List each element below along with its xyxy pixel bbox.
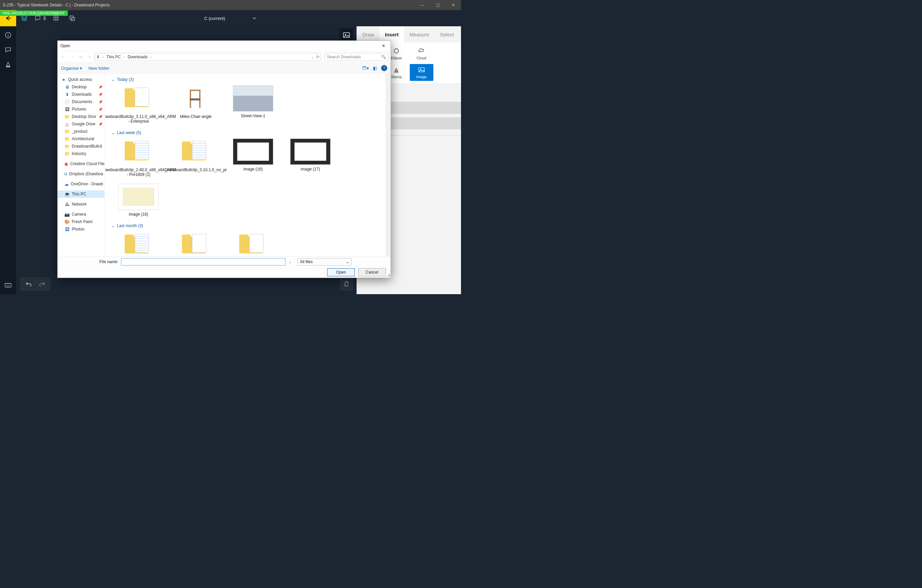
tab-draw[interactable]: Draw	[357, 26, 379, 42]
search-input[interactable]: Search Downloads 🔍	[325, 53, 389, 61]
image-tool-trigger[interactable]	[340, 28, 353, 42]
dropbox-icon: ⧈	[64, 171, 67, 176]
cone-icon	[4, 61, 12, 69]
sidebar-google-drive[interactable]: △Google Drive📌	[57, 120, 105, 128]
file-item[interactable]: DrawboardBullclip_3.11.0_x86_x64_ARM - E…	[115, 85, 162, 124]
pin-icon: 📌	[98, 115, 103, 119]
breadcrumb-dropdown[interactable]: ⌄	[311, 55, 314, 59]
sidebar-creative-cloud[interactable]: ◉Creative Cloud File	[57, 160, 105, 167]
file-item[interactable]: image (18)	[115, 184, 162, 217]
chat-icon	[4, 46, 12, 54]
info-icon	[4, 31, 12, 39]
keyboard-icon	[4, 281, 12, 289]
svg-rect-23	[190, 98, 201, 100]
sidebar-product[interactable]: 📁_product	[57, 128, 105, 135]
breadcrumb[interactable]: › This PC › Downloads ›	[100, 53, 154, 61]
folder-icon: 📁	[64, 151, 70, 156]
sidebar-freshpaint[interactable]: 🎨Fresh Paint	[57, 218, 105, 225]
file-item[interactable]: image (17)	[287, 139, 334, 177]
crumb-thispc[interactable]: This PC	[106, 55, 121, 59]
view-mode-button[interactable]: 🗔▾	[362, 66, 369, 71]
file-item[interactable]: image (16)	[229, 139, 277, 177]
main-toolbar: 3 C (current)	[0, 10, 461, 26]
scrollbar-vert[interactable]	[386, 74, 390, 256]
organise-menu[interactable]: Organise ▾	[61, 66, 82, 71]
help-button[interactable]: ?	[381, 65, 387, 71]
dialog-close-button[interactable]: ✕	[379, 44, 388, 48]
tab-measure[interactable]: Measure	[404, 26, 434, 42]
sidebar-downloads[interactable]: ⬇Downloads📌	[57, 91, 105, 98]
undo-button[interactable]	[25, 280, 32, 288]
dialog-tools: Organise ▾ New folder 🗔▾ ◧ ?	[57, 62, 391, 74]
file-item[interactable]: Street-View-1	[229, 85, 277, 124]
file-item[interactable]	[172, 232, 219, 256]
preview-pane-button[interactable]: ◧	[373, 66, 377, 71]
sidebar-documents[interactable]: 📄Documents📌	[57, 98, 105, 106]
pin-icon: 📌	[98, 93, 103, 96]
sidebar-architectural[interactable]: 📁Architectural	[57, 135, 105, 142]
sidebar-this-pc[interactable]: 💻This PC	[57, 190, 105, 198]
chat-button[interactable]	[4, 46, 12, 54]
sidebar-pictures[interactable]: 🖼Pictures📌	[57, 106, 105, 113]
image-icon	[418, 66, 425, 74]
document-selector[interactable]: C (current)	[204, 16, 257, 21]
redo-button[interactable]	[38, 280, 46, 288]
file-item[interactable]	[115, 232, 162, 256]
file-item[interactable]: Miles-Chair-angle	[172, 85, 219, 124]
sidebar-photos[interactable]: 🖼Photos	[57, 225, 105, 233]
filetype-select[interactable]: All files⌄	[298, 258, 351, 266]
nav-up-button[interactable]: ↑	[86, 53, 93, 60]
folder-icon: 📁	[64, 136, 70, 142]
new-folder-button[interactable]: New folder	[88, 66, 109, 71]
sidebar-onedrive[interactable]: ☁OneDrive - Drawb	[57, 180, 105, 188]
ellipse-icon	[392, 47, 400, 55]
info-button[interactable]	[4, 31, 12, 39]
undo-redo-strip	[20, 277, 51, 291]
sidebar-industry[interactable]: 📁Industry	[57, 150, 105, 157]
keyboard-button[interactable]	[4, 281, 12, 290]
sidebar-drawboardbullcli[interactable]: 📁DrawboardBullcli	[57, 142, 105, 150]
sidebar-camera[interactable]: 📷Camera	[57, 211, 105, 218]
grid-icon	[52, 15, 59, 21]
tool-cloud[interactable]: Cloud	[410, 45, 433, 62]
markup-button[interactable]	[4, 60, 12, 69]
pan-tool[interactable]	[340, 277, 353, 291]
creativecloud-icon: ◉	[64, 161, 68, 167]
svg-rect-26	[190, 90, 201, 91]
close-button[interactable]: ✕	[446, 0, 461, 10]
svg-point-16	[394, 49, 399, 53]
sidebar-desktop-shortcut[interactable]: 📁Desktop Shor📌	[57, 113, 105, 120]
file-item[interactable]: DrawboardBullclip_3.10.1.0_no_pr	[172, 139, 219, 177]
file-item[interactable]: DrawboardBullclip_2.40.0_x86_x64_ARM - P…	[115, 139, 162, 177]
file-item[interactable]	[229, 232, 277, 256]
nav-back-button[interactable]: ←	[60, 53, 67, 60]
desktop-icon: 🖥	[64, 84, 70, 90]
redo-icon	[38, 280, 46, 287]
group-today[interactable]: ⌄ Today (3)	[108, 76, 387, 84]
filename-input[interactable]	[121, 258, 285, 266]
resize-grip[interactable]: ◢	[387, 272, 390, 277]
env-badge: PRE-PRODUCTION ENVIRONMENT	[0, 10, 68, 16]
tab-insert[interactable]: Insert	[379, 26, 404, 42]
cancel-button[interactable]: Cancel	[358, 268, 386, 276]
open-button[interactable]: Open	[327, 268, 355, 276]
refresh-button[interactable]: ⟳	[316, 55, 319, 59]
group-lastweek[interactable]: ⌄ Last week (5)	[108, 129, 387, 137]
sidebar-network[interactable]: 🖧Network	[57, 201, 105, 208]
tab-select[interactable]: Select	[434, 26, 459, 42]
minimize-button[interactable]: —	[415, 0, 430, 10]
file-name: Street-View-1	[241, 114, 265, 118]
filename-dropdown[interactable]: ⌄	[288, 260, 291, 264]
tool-image[interactable]: Image	[410, 64, 433, 81]
sidebar-dropbox[interactable]: ⧈Dropbox (Drawboa	[57, 170, 105, 178]
nav-recent-button[interactable]	[77, 53, 85, 60]
crumb-downloads[interactable]: Downloads	[128, 55, 147, 59]
photos-icon: 🖼	[64, 227, 70, 232]
dialog-title: Open	[60, 44, 70, 48]
maximize-button[interactable]: ▢	[430, 0, 446, 10]
group-lastmonth[interactable]: ⌄ Last month (3)	[108, 222, 387, 230]
nav-forward-button[interactable]: →	[69, 53, 76, 60]
sidebar-desktop[interactable]: 🖥Desktop📌	[57, 83, 105, 91]
sidebar-quick-access[interactable]: ★Quick access	[57, 76, 105, 83]
file-list: ⌄ Today (3) DrawboardBullclip_3.11.0_x86…	[105, 74, 391, 256]
